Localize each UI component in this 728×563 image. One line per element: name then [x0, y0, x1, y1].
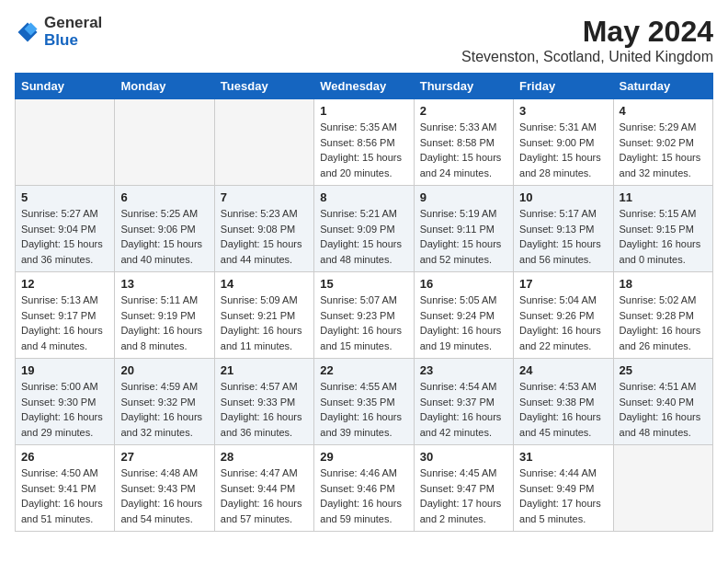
calendar-title: May 2024: [461, 15, 713, 49]
calendar-cell: 9Sunrise: 5:19 AMSunset: 9:11 PMDaylight…: [414, 186, 513, 272]
day-info: Sunrise: 5:33 AMSunset: 8:58 PMDaylight:…: [420, 120, 507, 180]
day-info: Sunrise: 5:05 AMSunset: 9:24 PMDaylight:…: [420, 293, 507, 353]
weekday-header-saturday: Saturday: [613, 74, 712, 99]
day-info: Sunrise: 5:19 AMSunset: 9:11 PMDaylight:…: [420, 206, 507, 267]
day-number: 13: [120, 277, 208, 291]
day-info: Sunrise: 5:13 AMSunset: 9:17 PMDaylight:…: [21, 293, 108, 353]
calendar-cell: 14Sunrise: 5:09 AMSunset: 9:21 PMDayligh…: [214, 272, 313, 359]
calendar-cell: 31Sunrise: 4:44 AMSunset: 9:49 PMDayligh…: [514, 445, 613, 532]
day-number: 1: [320, 104, 407, 118]
day-info: Sunrise: 5:35 AMSunset: 8:56 PMDaylight:…: [320, 120, 407, 180]
day-number: 18: [620, 277, 707, 291]
weekday-header-thursday: Thursday: [414, 74, 513, 99]
day-number: 30: [420, 450, 507, 464]
day-info: Sunrise: 4:53 AMSunset: 9:38 PMDaylight:…: [519, 379, 607, 440]
day-number: 20: [120, 363, 208, 377]
day-info: Sunrise: 5:07 AMSunset: 9:23 PMDaylight:…: [320, 293, 407, 353]
calendar-cell: 2Sunrise: 5:33 AMSunset: 8:58 PMDaylight…: [414, 99, 513, 186]
day-number: 29: [320, 450, 407, 464]
day-number: 10: [519, 190, 607, 204]
weekday-header-row: SundayMondayTuesdayWednesdayThursdayFrid…: [16, 74, 713, 99]
calendar-cell: [613, 445, 712, 532]
calendar-cell: [16, 99, 115, 186]
calendar-subtitle: Stevenston, Scotland, United Kingdom: [461, 49, 713, 65]
day-info: Sunrise: 4:46 AMSunset: 9:46 PMDaylight:…: [320, 465, 407, 526]
day-number: 22: [320, 363, 407, 377]
day-number: 26: [21, 450, 108, 464]
day-info: Sunrise: 5:29 AMSunset: 9:02 PMDaylight:…: [620, 120, 707, 180]
day-number: 2: [420, 104, 507, 118]
calendar-cell: 28Sunrise: 4:47 AMSunset: 9:44 PMDayligh…: [214, 445, 313, 532]
day-info: Sunrise: 5:15 AMSunset: 9:15 PMDaylight:…: [620, 206, 707, 267]
day-number: 12: [21, 277, 108, 291]
day-info: Sunrise: 5:00 AMSunset: 9:30 PMDaylight:…: [21, 379, 108, 440]
logo-general: General: [44, 15, 102, 32]
weekday-header-tuesday: Tuesday: [214, 74, 313, 99]
calendar-cell: 18Sunrise: 5:02 AMSunset: 9:28 PMDayligh…: [613, 272, 712, 359]
page-header: General Blue May 2024 Stevenston, Scotla…: [15, 15, 713, 65]
day-info: Sunrise: 5:25 AMSunset: 9:06 PMDaylight:…: [120, 206, 208, 267]
calendar-cell: 23Sunrise: 4:54 AMSunset: 9:37 PMDayligh…: [414, 359, 513, 445]
logo-icon: [15, 19, 40, 45]
logo-text: General Blue: [44, 15, 102, 49]
day-number: 9: [420, 190, 507, 204]
day-number: 11: [620, 190, 707, 204]
logo: General Blue: [15, 15, 102, 49]
day-number: 6: [120, 190, 208, 204]
day-info: Sunrise: 4:55 AMSunset: 9:35 PMDaylight:…: [320, 379, 407, 440]
day-number: 17: [519, 277, 607, 291]
calendar-cell: 27Sunrise: 4:48 AMSunset: 9:43 PMDayligh…: [115, 445, 214, 532]
calendar-cell: 15Sunrise: 5:07 AMSunset: 9:23 PMDayligh…: [314, 272, 414, 359]
day-number: 4: [620, 104, 707, 118]
calendar-cell: 30Sunrise: 4:45 AMSunset: 9:47 PMDayligh…: [414, 445, 513, 532]
calendar-week-row: 12Sunrise: 5:13 AMSunset: 9:17 PMDayligh…: [16, 272, 713, 359]
calendar-cell: 21Sunrise: 4:57 AMSunset: 9:33 PMDayligh…: [214, 359, 313, 445]
weekday-header-friday: Friday: [514, 74, 613, 99]
calendar-cell: 25Sunrise: 4:51 AMSunset: 9:40 PMDayligh…: [613, 359, 712, 445]
day-info: Sunrise: 5:31 AMSunset: 9:00 PMDaylight:…: [519, 120, 607, 180]
calendar-cell: 10Sunrise: 5:17 AMSunset: 9:13 PMDayligh…: [514, 186, 613, 272]
day-info: Sunrise: 5:09 AMSunset: 9:21 PMDaylight:…: [221, 293, 308, 353]
calendar-cell: 8Sunrise: 5:21 AMSunset: 9:09 PMDaylight…: [314, 186, 414, 272]
day-number: 5: [21, 190, 108, 204]
day-info: Sunrise: 4:57 AMSunset: 9:33 PMDaylight:…: [221, 379, 308, 440]
day-number: 28: [221, 450, 308, 464]
day-number: 3: [519, 104, 607, 118]
calendar-cell: 17Sunrise: 5:04 AMSunset: 9:26 PMDayligh…: [514, 272, 613, 359]
day-number: 19: [21, 363, 108, 377]
logo-blue: Blue: [44, 32, 102, 50]
day-info: Sunrise: 4:48 AMSunset: 9:43 PMDaylight:…: [120, 465, 208, 526]
calendar-cell: 22Sunrise: 4:55 AMSunset: 9:35 PMDayligh…: [314, 359, 414, 445]
weekday-header-monday: Monday: [115, 74, 214, 99]
calendar-week-row: 26Sunrise: 4:50 AMSunset: 9:41 PMDayligh…: [16, 445, 713, 532]
day-number: 21: [221, 363, 308, 377]
day-info: Sunrise: 5:27 AMSunset: 9:04 PMDaylight:…: [21, 206, 108, 267]
title-block: May 2024 Stevenston, Scotland, United Ki…: [461, 15, 713, 65]
day-number: 31: [519, 450, 607, 464]
day-info: Sunrise: 4:44 AMSunset: 9:49 PMDaylight:…: [519, 465, 607, 526]
calendar-cell: 20Sunrise: 4:59 AMSunset: 9:32 PMDayligh…: [115, 359, 214, 445]
calendar-cell: 24Sunrise: 4:53 AMSunset: 9:38 PMDayligh…: [514, 359, 613, 445]
day-number: 23: [420, 363, 507, 377]
calendar-cell: 16Sunrise: 5:05 AMSunset: 9:24 PMDayligh…: [414, 272, 513, 359]
day-info: Sunrise: 4:59 AMSunset: 9:32 PMDaylight:…: [120, 379, 208, 440]
calendar-cell: 3Sunrise: 5:31 AMSunset: 9:00 PMDaylight…: [514, 99, 613, 186]
calendar-cell: 29Sunrise: 4:46 AMSunset: 9:46 PMDayligh…: [314, 445, 414, 532]
day-info: Sunrise: 5:21 AMSunset: 9:09 PMDaylight:…: [320, 206, 407, 267]
day-info: Sunrise: 4:50 AMSunset: 9:41 PMDaylight:…: [21, 465, 108, 526]
calendar-cell: [214, 99, 313, 186]
calendar-week-row: 5Sunrise: 5:27 AMSunset: 9:04 PMDaylight…: [16, 186, 713, 272]
calendar-cell: [115, 99, 214, 186]
day-info: Sunrise: 4:54 AMSunset: 9:37 PMDaylight:…: [420, 379, 507, 440]
day-info: Sunrise: 4:51 AMSunset: 9:40 PMDaylight:…: [620, 379, 707, 440]
calendar-cell: 6Sunrise: 5:25 AMSunset: 9:06 PMDaylight…: [115, 186, 214, 272]
day-number: 24: [519, 363, 607, 377]
calendar-week-row: 1Sunrise: 5:35 AMSunset: 8:56 PMDaylight…: [16, 99, 713, 186]
weekday-header-wednesday: Wednesday: [314, 74, 414, 99]
calendar-cell: 13Sunrise: 5:11 AMSunset: 9:19 PMDayligh…: [115, 272, 214, 359]
calendar-cell: 5Sunrise: 5:27 AMSunset: 9:04 PMDaylight…: [16, 186, 115, 272]
calendar-cell: 4Sunrise: 5:29 AMSunset: 9:02 PMDaylight…: [613, 99, 712, 186]
day-info: Sunrise: 4:47 AMSunset: 9:44 PMDaylight:…: [221, 465, 308, 526]
day-number: 14: [221, 277, 308, 291]
day-info: Sunrise: 5:23 AMSunset: 9:08 PMDaylight:…: [221, 206, 308, 267]
